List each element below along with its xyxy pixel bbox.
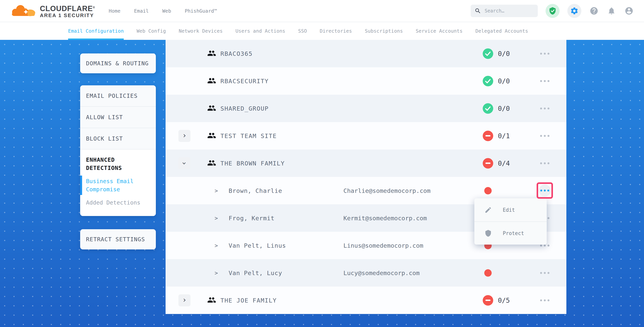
tab-directories[interactable]: Directories — [320, 22, 352, 40]
help-icon[interactable] — [589, 6, 599, 16]
group-name: THE BROWN FAMILY — [220, 160, 285, 167]
status-ok-icon — [483, 103, 493, 114]
member-email: Lucy@somedemocorp.com — [344, 270, 420, 277]
member-name: Brown, Charlie — [228, 187, 282, 194]
group-icon — [207, 296, 216, 305]
status-blocked-icon — [483, 158, 493, 169]
group-row-rbaco365: RBACO365 0/0 — [166, 40, 566, 67]
user-icon[interactable] — [624, 6, 634, 16]
member-chevron: > — [214, 215, 218, 221]
enhanced-detections-section: ENHANCED DETECTIONS Business Email Compr… — [80, 149, 156, 216]
chevron-right-icon: › — [182, 296, 187, 304]
nav-email[interactable]: Email — [134, 8, 149, 14]
row-actions-button[interactable] — [536, 268, 554, 278]
row-actions-button[interactable] — [536, 76, 554, 86]
gear-icon[interactable] — [567, 4, 581, 18]
group-icon — [207, 76, 216, 86]
sidebar-item-business-email-compromise[interactable]: Business Email Compromise — [86, 177, 150, 193]
sidebar-item-retract-settings[interactable]: RETRACT SETTINGS — [80, 229, 156, 249]
page: CLOUDFLARE® AREA 1 SECURITY Home Email W… — [0, 0, 644, 327]
menu-item-edit[interactable]: Edit — [474, 198, 547, 221]
sidebar-item-block-list[interactable]: BLOCK LIST — [80, 128, 156, 149]
nav-phishguard[interactable]: PhishGuard™ — [185, 8, 217, 14]
shield-icon — [484, 230, 492, 237]
status-ok-icon — [483, 76, 493, 86]
group-name: TEST TEAM SITE — [220, 132, 277, 139]
pencil-icon — [484, 206, 492, 214]
tab-users-and-actions[interactable]: Users and Actions — [236, 22, 285, 40]
group-row-the-brown-family: › THE BROWN FAMILY 0/4 — [166, 149, 566, 177]
group-icon — [207, 131, 216, 141]
sidebar-item-email-policies[interactable]: EMAIL POLICIES — [80, 85, 156, 107]
group-name: THE JOE FAMILY — [220, 297, 277, 304]
group-row-shared-group: SHARED_GROUP 0/0 — [166, 95, 566, 122]
group-row-test-team-site: › TEST TEAM SITE 0/1 — [166, 122, 566, 149]
group-icon — [207, 104, 216, 113]
status-blocked-icon — [483, 295, 493, 306]
protected-count: 0/0 — [498, 50, 510, 57]
protected-count: 0/0 — [498, 77, 510, 85]
search-icon — [474, 7, 481, 14]
group-row-the-joe-family: › THE JOE FAMILY 0/5 — [166, 287, 566, 314]
highlight-target-box — [536, 182, 553, 199]
sidebar-item-added-detections[interactable]: Added Detections — [86, 199, 150, 207]
member-email: Kermit@somedemocorp.com — [344, 215, 427, 222]
group-row-rbacsecurity: RBACSECURITY 0/0 — [166, 67, 566, 95]
nav-web[interactable]: Web — [162, 8, 171, 14]
tab-email-configuration[interactable]: Email Configuration — [68, 22, 124, 40]
sidebar: DOMAINS & ROUTING EMAIL POLICIES ALLOW L… — [80, 53, 156, 249]
protected-count: 0/0 — [498, 105, 510, 112]
sidebar-policies-card: EMAIL POLICIES ALLOW LIST BLOCK LIST ENH… — [80, 85, 156, 216]
group-icon — [207, 49, 216, 58]
row-actions-button[interactable] — [536, 49, 554, 58]
top-header: CLOUDFLARE® AREA 1 SECURITY Home Email W… — [0, 0, 644, 22]
logo-text: CLOUDFLARE® AREA 1 SECURITY — [40, 3, 95, 18]
member-chevron: > — [214, 242, 218, 249]
protected-count: 0/1 — [498, 132, 510, 140]
member-name: Van Pelt, Lucy — [228, 270, 282, 277]
logo-subtitle: AREA 1 SECURITY — [40, 12, 95, 18]
search-input[interactable] — [485, 8, 534, 13]
search-box[interactable] — [471, 5, 538, 17]
member-row-van-pelt-lucy: > Van Pelt, Lucy Lucy@somedemocorp.com — [166, 259, 566, 287]
sidebar-item-domains-routing[interactable]: DOMAINS & ROUTING — [80, 53, 156, 73]
chevron-right-icon: › — [182, 132, 187, 139]
cloudflare-logo: CLOUDFLARE® AREA 1 SECURITY — [11, 3, 95, 18]
expand-button[interactable]: › — [178, 130, 190, 142]
tab-web-config[interactable]: Web Config — [136, 22, 166, 40]
tab-sso[interactable]: SSO — [298, 22, 307, 40]
sidebar-item-label: RETRACT SETTINGS — [86, 236, 145, 243]
menu-item-label: Edit — [503, 207, 515, 213]
row-actions-button[interactable] — [536, 104, 554, 113]
bell-icon[interactable] — [607, 6, 616, 16]
expand-button[interactable]: › — [178, 294, 190, 307]
logo-brand: CLOUDFLARE® — [40, 3, 95, 12]
row-actions-button[interactable] — [536, 131, 554, 141]
group-name: SHARED_GROUP — [220, 105, 269, 112]
protected-count: 0/5 — [498, 297, 510, 304]
tab-delegated-accounts[interactable]: Delegated Accounts — [475, 22, 528, 40]
menu-item-label: Protect — [503, 230, 524, 236]
member-name: Frog, Kermit — [228, 215, 274, 222]
tab-network-devices[interactable]: Network Devices — [179, 22, 223, 40]
tab-service-accounts[interactable]: Service Accounts — [416, 22, 463, 40]
nav-home[interactable]: Home — [109, 8, 120, 14]
groups-table: RBACO365 0/0 RBACSECURITY 0/0 — [166, 40, 566, 314]
status-blocked-icon — [483, 131, 493, 141]
member-chevron: > — [214, 270, 218, 276]
chevron-down-icon: › — [181, 161, 188, 165]
main-area: DOMAINS & ROUTING EMAIL POLICIES ALLOW L… — [0, 40, 644, 327]
sidebar-item-allow-list[interactable]: ALLOW LIST — [80, 107, 156, 128]
row-actions-button[interactable] — [536, 296, 554, 305]
group-name: RBACSECURITY — [220, 78, 269, 85]
menu-item-protect[interactable]: Protect — [474, 221, 547, 245]
tab-subscriptions[interactable]: Subscriptions — [365, 22, 403, 40]
collapse-button[interactable]: › — [178, 157, 190, 169]
sidebar-item-label: DOMAINS & ROUTING — [86, 60, 149, 67]
protected-count: 0/4 — [498, 159, 510, 167]
main-nav: Home Email Web PhishGuard™ — [109, 8, 217, 14]
shield-check-icon[interactable] — [546, 4, 560, 18]
enhanced-detections-heading: ENHANCED DETECTIONS — [86, 156, 150, 172]
row-actions-button[interactable] — [536, 159, 554, 168]
row-actions-button-active[interactable] — [539, 185, 551, 197]
